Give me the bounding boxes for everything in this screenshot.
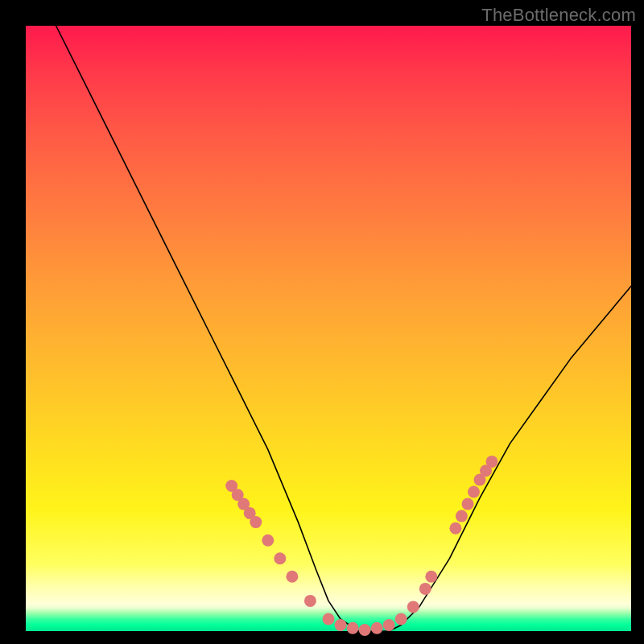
marker-dot <box>425 571 437 583</box>
curve-svg <box>26 26 631 631</box>
marker-dot <box>419 583 431 595</box>
marker-dot <box>371 622 383 634</box>
marker-dot <box>250 516 262 528</box>
marker-dot <box>462 498 474 510</box>
marker-dot <box>262 535 274 547</box>
marker-dot <box>456 510 468 522</box>
marker-dots-group <box>225 456 497 636</box>
marker-dot <box>347 622 359 634</box>
watermark-text: TheBottleneck.com <box>481 5 636 26</box>
marker-dot <box>486 456 498 468</box>
marker-dot <box>335 619 347 631</box>
marker-dot <box>274 552 286 564</box>
marker-dot <box>286 571 298 583</box>
marker-dot <box>468 486 480 498</box>
marker-dot <box>449 522 461 535</box>
marker-dot <box>407 601 419 613</box>
chart-frame: TheBottleneck.com <box>0 0 644 644</box>
marker-dot <box>304 595 316 607</box>
marker-dot <box>395 613 407 625</box>
marker-dot <box>359 624 371 636</box>
bottleneck-curve <box>56 26 631 631</box>
marker-dot <box>383 619 395 631</box>
marker-dot <box>323 613 335 625</box>
plot-area <box>26 26 631 631</box>
